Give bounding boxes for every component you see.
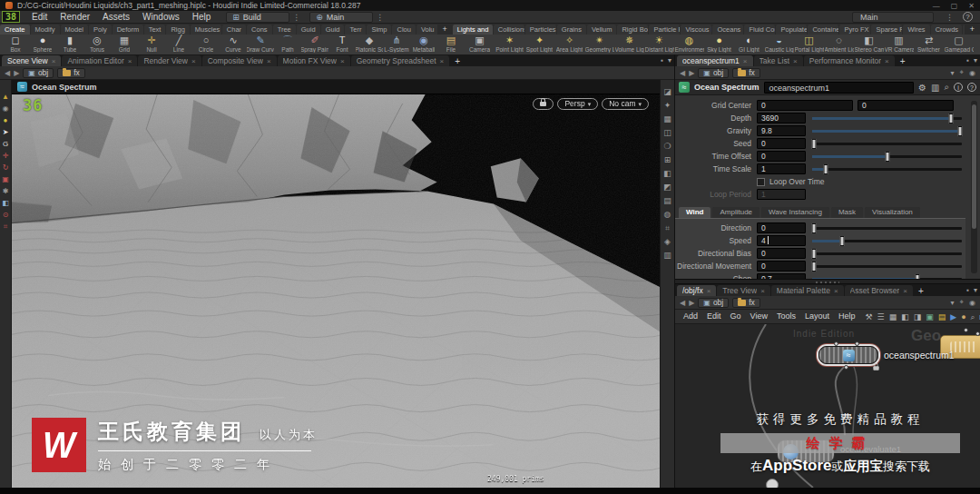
gear-icon[interactable]: ⚙ [918,83,926,93]
shelf-tab[interactable]: Populate C [776,25,807,35]
take-selector[interactable]: Main [852,12,934,23]
help-icon[interactable]: ? [967,83,976,92]
back-icon[interactable]: ◀ [680,299,685,307]
shelf-tab[interactable]: Volu [416,25,437,35]
shelf-tab[interactable]: Char [222,25,246,35]
node-output-dot[interactable] [844,365,848,370]
network-menu-item[interactable]: View [746,311,772,322]
display-option-icon[interactable]: ▥ [663,251,671,260]
path-dropdown-icon[interactable]: ▾ [950,299,954,307]
shelf-tab[interactable]: Guid [321,25,345,35]
viewport-tool-icon[interactable]: ⌗ [4,222,8,231]
shelf-tool[interactable]: ▢ Gamepad Camera [944,35,974,53]
display-option-icon[interactable]: ▦ [663,114,671,124]
shelf-tab[interactable]: Text [144,25,166,35]
node-input-dot[interactable] [855,341,859,346]
shelf-tab[interactable]: Deform [113,25,143,35]
display-option-icon[interactable]: ◈ [664,237,671,246]
depth-field[interactable]: 3690 [757,113,806,124]
add-shelf-tab-button[interactable]: + [965,25,980,35]
viewport-tool-icon[interactable]: ▣ [2,175,9,183]
network-menu-item[interactable]: Help [834,311,860,322]
pane-menu-arrow-icon[interactable]: ▾ [974,286,977,294]
display-option-icon[interactable]: ⊞ [664,155,671,164]
shelf-tab[interactable]: Vellum [587,25,617,35]
viewport-tool-icon[interactable]: ⊙ [3,211,9,219]
speed-slider[interactable] [812,235,962,246]
info-icon[interactable]: i [954,83,963,92]
shelf-tab[interactable]: Pyro FX [839,25,870,35]
viewport-tool-icon[interactable]: ● [4,116,8,124]
pin-icon[interactable]: ⌖ [960,298,965,307]
node-input-dot[interactable] [834,341,838,346]
maximize-button[interactable]: ▢ [951,2,958,10]
shelf-tab[interactable]: Model [61,25,88,35]
folder-tab[interactable]: Wave Instancing [761,207,829,218]
shelf-tool[interactable]: ◆ Platonic Solids [356,35,383,53]
new-pane-tab-button[interactable]: + [896,56,910,66]
gravity-field[interactable]: 9.8 [757,125,806,136]
network-editor-canvas[interactable]: Indie Edition Geo ≈ oceanspectrum1 ocean… [675,324,980,488]
shelf-tab[interactable]: Terr [345,25,366,35]
shelf-tab[interactable]: Tree [273,25,296,35]
network-toolb-icon[interactable]: ▣ [926,312,934,321]
time-scale-slider[interactable] [812,163,962,174]
time-offset-field[interactable]: 0 [757,151,806,162]
display-option-icon[interactable]: ⌗ [665,223,670,232]
shelf-tool[interactable]: ✛ Null [138,35,165,53]
display-option-icon[interactable]: ◫ [663,128,671,137]
take-split-icon[interactable]: ⋮ [946,13,954,22]
forward-icon[interactable]: ▶ [14,69,19,77]
network-toolb-icon[interactable]: ⌕ [971,312,975,321]
shelf-tab[interactable]: Lights and [453,25,493,35]
shelf-tab[interactable]: Clou [392,25,415,35]
view-selector[interactable]: Persp ▾ [557,98,598,110]
loop-over-time-checkbox[interactable] [757,178,765,186]
time-offset-slider[interactable] [812,151,962,162]
back-icon[interactable]: ◀ [5,69,10,77]
directional-bias-field[interactable]: 0 [757,248,806,259]
path-context-crumb[interactable]: fx [57,68,85,78]
path-context-crumb[interactable]: fx [732,68,760,78]
add-shelf-tab-button[interactable]: + [437,25,453,35]
shelf-tab[interactable]: Poly [89,25,112,35]
shelf-tab[interactable]: Guid [297,25,320,35]
direction-slider[interactable] [812,222,962,233]
pane-tab[interactable]: Material Palette [771,285,844,296]
shelf-tool[interactable]: ⇄ Switcher [914,35,944,53]
menu-item[interactable]: Render [54,11,96,23]
menu-item[interactable]: Windows [136,11,186,23]
network-menu-item[interactable]: Layout [800,311,834,322]
shelf-tool[interactable]: ● Sphere [29,35,56,53]
shelf-tab[interactable]: Rigid Bodies [617,25,648,35]
shelf-tab[interactable]: Create [0,25,30,35]
selector-split-icon[interactable]: ⋮ [376,13,384,22]
network-menu-item[interactable]: Add [679,311,702,322]
pane-tab[interactable]: Motion FX View [278,55,350,66]
search-icon[interactable]: ⌕ [944,82,949,93]
shelf-tab[interactable]: Cons [247,25,272,35]
oceanspectrum-node[interactable]: ≈ [818,346,878,364]
shelf-tool[interactable]: ◧ Stereo Camera [854,35,884,53]
shelf-tool[interactable]: ✴ Geometry Light [584,35,614,53]
network-menu-item[interactable]: Tools [772,311,800,322]
folder-tab[interactable]: Mask [831,207,863,218]
display-option-icon[interactable]: ◩ [663,183,671,192]
path-dropdown-icon[interactable]: ▾ [950,69,954,77]
grid-center-x-field[interactable]: 0 [757,100,853,111]
shelf-tab[interactable]: Simp [367,25,391,35]
node-name-field[interactable]: oceanspectrum1 [764,82,914,94]
shelf-tool[interactable]: ▥ VR Camera [884,35,914,53]
close-button[interactable]: ✕ [968,2,975,10]
pane-tab[interactable]: Geometry Spreadsheet [351,55,450,66]
shelf-tool[interactable]: ◒ Caustic Light [764,35,794,53]
viewport-tool-icon[interactable]: ◧ [2,199,9,207]
desktop-selector[interactable]: ⊞ Build [226,12,289,23]
viewport-tool-icon[interactable]: ▲ [2,93,9,101]
forward-icon[interactable]: ▶ [689,69,694,77]
shelf-tool[interactable]: ⋔ L-System [383,35,410,53]
shelf-tool[interactable]: ╱ Line [165,35,192,53]
operation-bar[interactable]: ≈ Ocean Spectrum [12,80,660,94]
shelf-tab[interactable]: Sparse Pyr [871,25,902,35]
pin-icon[interactable]: ⌖ [960,68,965,77]
